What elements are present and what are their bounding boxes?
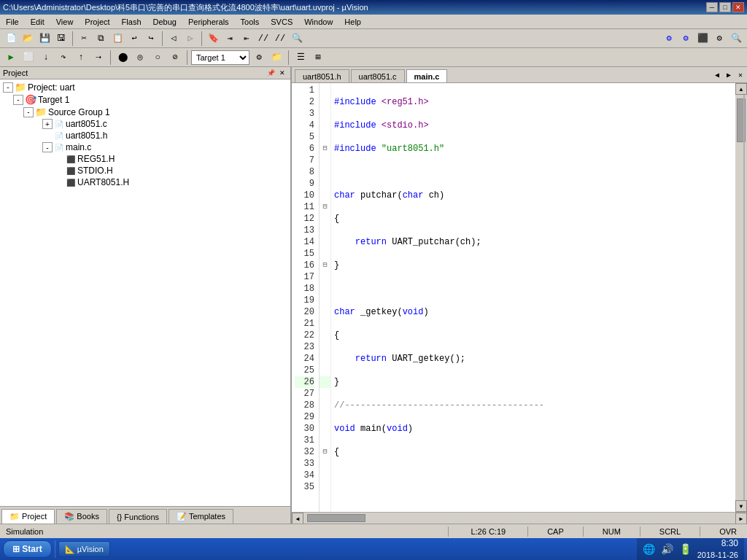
menu-peripherals[interactable]: Peripherals (182, 15, 235, 28)
taskbar-uvision[interactable]: 📐 µVision (58, 541, 110, 557)
save-all-button[interactable]: 🖫 (53, 31, 69, 47)
step-over-button[interactable]: ↷ (55, 50, 71, 66)
ext-btn2[interactable]: ⊞ (310, 50, 326, 66)
editor-scroll-left[interactable]: ◀ (712, 69, 722, 81)
tree-item-target[interactable]: - 🎯 Target 1 (0, 93, 290, 106)
tree-item-project[interactable]: - 📁 Project: uart (0, 81, 290, 93)
new-file-button[interactable]: 📄 (3, 31, 19, 47)
proj-tab-functions[interactable]: {} Functions (109, 509, 167, 524)
menu-view[interactable]: View (50, 15, 80, 28)
menu-debug[interactable]: Debug (147, 15, 182, 28)
stop-button[interactable]: ⬛ (694, 31, 711, 47)
fold-32[interactable]: ⊟ (320, 446, 330, 458)
bookmark-button[interactable]: 🔖 (205, 31, 221, 47)
copy-button[interactable]: ⧉ (93, 31, 109, 47)
fold-11[interactable]: ⊟ (320, 201, 330, 213)
network-icon[interactable]: 🌐 (643, 543, 655, 555)
tree-item-stdioh[interactable]: ⬛ STDIO.H (0, 165, 290, 176)
code-line-18 (334, 493, 732, 505)
build2-button[interactable]: ⚙ (678, 31, 694, 47)
project-panel-close[interactable]: ✕ (277, 68, 287, 78)
vertical-scrollbar[interactable]: ▲ ▼ (735, 83, 747, 512)
fold-6[interactable]: ⊟ (320, 143, 330, 155)
step-into-button[interactable]: ↓ (38, 50, 54, 66)
tree-item-uart8051h[interactable]: 📄 uart8051.h (0, 130, 290, 141)
save-button[interactable]: 💾 (36, 31, 53, 47)
target-select[interactable]: Target 1 (191, 50, 249, 65)
horizontal-scrollbar[interactable]: ◀ ▶ (292, 512, 747, 524)
scrollbar-track[interactable] (735, 95, 747, 500)
volume-icon[interactable]: 🔊 (661, 543, 673, 555)
nav-fwd-button[interactable]: ▷ (182, 31, 198, 47)
open-file-button[interactable]: 📂 (20, 31, 36, 47)
line-num-33: 33 (295, 458, 314, 470)
undo-button[interactable]: ↩ (126, 31, 142, 47)
editor-scroll-right[interactable]: ▶ (724, 69, 734, 81)
proj-tab-project[interactable]: 📁 Project (1, 509, 55, 524)
code-content[interactable]: #include <reg51.h> #include <stdio.h> #i… (331, 83, 735, 512)
proj-tab-templates[interactable]: 📝 Templates (169, 509, 233, 524)
minimize-button[interactable]: ─ (706, 2, 718, 12)
fold-16[interactable]: ⊟ (320, 260, 330, 271)
scroll-up-button[interactable]: ▲ (735, 83, 747, 95)
menu-tools[interactable]: Tools (235, 15, 266, 28)
debug-btn1[interactable]: 🔍 (728, 31, 744, 47)
cut-button[interactable]: ✂ (76, 31, 92, 47)
mainc-expand[interactable]: - (42, 142, 53, 152)
h-scrollbar-track[interactable] (303, 513, 735, 524)
battery-icon[interactable]: 🔋 (679, 543, 692, 555)
menu-flash[interactable]: Flash (116, 15, 147, 28)
project-label: Project: uart (28, 82, 75, 93)
menu-file[interactable]: File (0, 15, 25, 28)
source-group-expand[interactable]: - (23, 107, 34, 117)
scroll-down-button[interactable]: ▼ (735, 500, 747, 512)
step-out-button[interactable]: ↑ (73, 50, 89, 66)
proj-tab-books[interactable]: 📚 Books (56, 509, 107, 524)
redo-button[interactable]: ↪ (143, 31, 159, 47)
project-expand[interactable]: - (3, 82, 13, 93)
scroll-left-button[interactable]: ◀ (292, 513, 303, 524)
start-button[interactable]: ⊞ Start (3, 540, 52, 558)
target-expand[interactable]: - (13, 95, 23, 105)
editor-tab-uart8051c[interactable]: uart8051.c (351, 69, 405, 82)
editor-tab-mainc[interactable]: main.c (406, 69, 448, 82)
search-button[interactable]: 🔍 (289, 31, 305, 47)
maximize-button[interactable]: □ (719, 2, 731, 12)
paste-button[interactable]: 📋 (109, 31, 125, 47)
nav-back-button[interactable]: ◁ (166, 31, 182, 47)
comment-button[interactable]: // (255, 31, 271, 47)
more-build-button[interactable]: ⚙ (711, 31, 727, 47)
uart8051c-expand[interactable]: + (42, 119, 53, 129)
unindent-button[interactable]: ⇤ (239, 31, 255, 47)
build-button[interactable]: ⚙ (661, 31, 677, 47)
ext-btn1[interactable]: ☰ (293, 50, 309, 66)
run-cursor-button[interactable]: ⇢ (90, 50, 107, 66)
editor-tab-uart8051h[interactable]: uart8051.h (295, 69, 349, 82)
menu-edit[interactable]: Edit (25, 15, 50, 28)
tree-item-source-group[interactable]: - 📁 Source Group 1 (0, 106, 290, 118)
target-options-button[interactable]: ⚙ (251, 50, 267, 66)
scroll-right-button[interactable]: ▶ (735, 513, 747, 524)
menu-help[interactable]: Help (338, 15, 367, 28)
menu-window[interactable]: Window (298, 15, 338, 28)
indent-button[interactable]: ⇥ (222, 31, 238, 47)
run-button[interactable]: ▶ (3, 50, 19, 66)
h-scrollbar-thumb[interactable] (307, 514, 365, 522)
menu-svcs[interactable]: SVCS (265, 15, 298, 28)
project-panel-pin[interactable]: 📌 (266, 68, 276, 78)
insert-bp-button[interactable]: ⬤ (115, 50, 131, 66)
tree-item-reg51h[interactable]: ⬛ REG51.H (0, 153, 290, 165)
stop-run-button[interactable]: ⬜ (20, 50, 36, 66)
editor-tab-buttons: ◀ ▶ ✕ (712, 69, 747, 82)
uncomment-button[interactable]: // (272, 31, 288, 47)
tree-item-uart8051c[interactable]: + 📄 uart8051.c (0, 118, 290, 130)
tree-item-mainc[interactable]: - 📄 main.c (0, 141, 290, 153)
menu-project[interactable]: Project (79, 15, 115, 28)
close-button[interactable]: ✕ (732, 2, 744, 12)
dis-bp-button[interactable]: ○ (150, 50, 166, 66)
clr-bp-button[interactable]: ⊘ (167, 50, 183, 66)
tree-item-uart8051hh[interactable]: ⬛ UART8051.H (0, 176, 290, 188)
open-target-button[interactable]: 📁 (268, 50, 285, 66)
en-bp-button[interactable]: ◎ (132, 50, 148, 66)
editor-close[interactable]: ✕ (735, 69, 746, 81)
